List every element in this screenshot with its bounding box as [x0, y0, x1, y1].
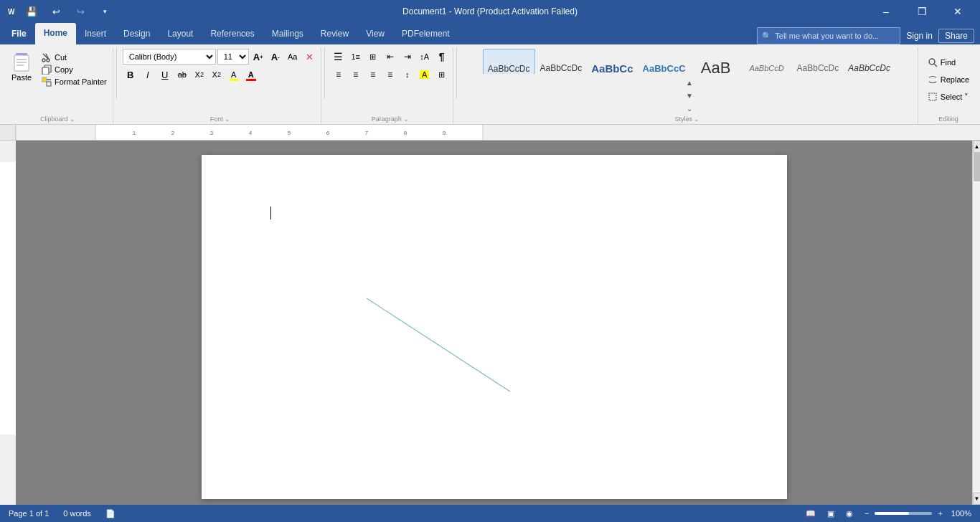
change-case-button[interactable]: Aa [285, 49, 301, 65]
tell-me-search[interactable]: 🔍 Tell me what you want to do... [757, 27, 900, 44]
style-subtle-em[interactable]: AaBbCcDc Subtle Em... [793, 49, 844, 74]
font-name-select[interactable]: Calibri (Body) [123, 49, 216, 65]
style-title[interactable]: AaB Title [691, 49, 741, 74]
minimize-button[interactable]: – [870, 0, 903, 23]
view-layout-button[interactable]: ▣ [824, 508, 837, 520]
shading-button[interactable]: A [417, 67, 433, 82]
line-spacing-button[interactable]: ↕ [400, 67, 415, 82]
scroll-up-arrow[interactable]: ▲ [973, 141, 980, 153]
styles-scroll-down[interactable]: ▼ [684, 90, 695, 101]
bullets-button[interactable]: ☰ [331, 49, 347, 65]
view-web-button[interactable]: ◉ [843, 508, 856, 520]
tab-references[interactable]: References [202, 24, 263, 44]
align-center-button[interactable]: ≡ [348, 67, 364, 82]
editing-group: Find Replace Select ˅ Editing [920, 47, 977, 124]
font-grow-button[interactable]: A+ [250, 49, 266, 65]
styles-content: AaBbCcDc ¶ Normal AaBbCcDc ¶ No Spac... … [483, 49, 895, 74]
underline-button[interactable]: U [157, 67, 173, 82]
styles-expand[interactable]: ⌄ [694, 115, 699, 123]
style-emphasis[interactable]: AaBbCcDc Emphasis [844, 49, 895, 74]
show-marks-button[interactable]: ¶ [434, 49, 450, 65]
page-area[interactable] [16, 141, 972, 505]
font-content: Calibri (Body) 11 A+ A- Aa ✕ B I U ab X2… [123, 49, 318, 114]
qat-undo[interactable]: ↩ [46, 1, 66, 22]
font-expand[interactable]: ⌄ [225, 115, 230, 123]
clear-formatting-button[interactable]: ✕ [302, 49, 318, 65]
vertical-ruler [0, 141, 16, 505]
sort-button[interactable]: ↕A [417, 49, 433, 65]
format-painter-button[interactable]: Format Painter [39, 76, 110, 87]
strikethrough-button[interactable]: ab [174, 67, 190, 82]
svg-rect-12 [42, 67, 49, 75]
tab-design[interactable]: Design [115, 24, 159, 44]
select-button[interactable]: Select ˅ [923, 89, 974, 105]
styles-scroll-up[interactable]: ▲ [684, 77, 695, 88]
font-shrink-button[interactable]: A- [268, 49, 283, 65]
tab-mailings[interactable]: Mailings [263, 24, 312, 44]
vertical-scrollbar[interactable]: ▲ ▼ [972, 141, 980, 505]
tab-file[interactable]: File [3, 24, 35, 44]
numbering-button[interactable]: 1≡ [348, 49, 364, 65]
style-subtitle[interactable]: AaBbCcD Subtitle [742, 49, 792, 74]
separator-3 [456, 47, 457, 99]
tab-view[interactable]: View [357, 24, 393, 44]
horizontal-ruler: 1 2 3 4 5 6 7 8 9 [16, 125, 980, 140]
superscript-button[interactable]: X2 [209, 67, 225, 82]
ruler-area: 1 2 3 4 5 6 7 8 9 [0, 125, 980, 141]
cut-button[interactable]: Cut [39, 52, 110, 63]
tab-home[interactable]: Home [35, 23, 76, 44]
document-page[interactable] [202, 155, 787, 499]
style-heading2[interactable]: AaBbCcC Heading 2 [639, 49, 690, 74]
tab-review[interactable]: Review [312, 24, 357, 44]
font-row-2: B I U ab X2 X2 A A [123, 67, 259, 82]
tab-pdfelement[interactable]: PDFelement [393, 24, 458, 44]
restore-button[interactable]: ❐ [905, 0, 938, 23]
styles-expand-btn[interactable]: ⌄ [684, 103, 695, 114]
paste-button[interactable]: Paste [6, 49, 37, 83]
borders-button[interactable]: ⊞ [434, 67, 450, 82]
copy-button[interactable]: Copy [39, 64, 110, 75]
window-title: Document1 - Word (Product Activation Fai… [402, 6, 578, 16]
clipboard-group-label: Clipboard ⌄ [6, 114, 110, 123]
scroll-thumb[interactable] [974, 153, 980, 181]
text-highlight-button[interactable]: A [226, 67, 242, 82]
multilevel-button[interactable]: ⊞ [365, 49, 381, 65]
tab-layout[interactable]: Layout [159, 24, 202, 44]
style-no-spacing[interactable]: AaBbCcDc ¶ No Spac... [536, 49, 587, 74]
font-color-button[interactable]: A [243, 67, 259, 82]
tab-insert[interactable]: Insert [76, 24, 115, 44]
find-button[interactable]: Find [923, 54, 960, 70]
decrease-indent-button[interactable]: ⇤ [382, 49, 398, 65]
paragraph-expand[interactable]: ⌄ [403, 115, 409, 123]
zoom-level[interactable]: 100% [948, 508, 974, 519]
page-status[interactable]: Page 1 of 1 [6, 508, 52, 519]
svg-text:7: 7 [365, 130, 369, 136]
zoom-slider[interactable] [875, 512, 932, 515]
font-size-select[interactable]: 11 [217, 49, 249, 65]
subscript-button[interactable]: X2 [192, 67, 207, 82]
style-heading1[interactable]: AaBbCc Heading 1 [587, 49, 637, 74]
replace-button[interactable]: Replace [923, 72, 974, 87]
qat-save[interactable]: 💾 [22, 1, 42, 22]
zoom-out-button[interactable]: − [862, 508, 872, 519]
qat-dropdown[interactable]: ▾ [95, 1, 115, 22]
word-count[interactable]: 0 words [60, 508, 94, 519]
style-normal[interactable]: AaBbCcDc ¶ Normal [483, 49, 535, 74]
bold-button[interactable]: B [123, 67, 138, 82]
justify-button[interactable]: ≡ [382, 67, 398, 82]
close-button[interactable]: ✕ [941, 0, 974, 23]
language-status[interactable]: 📄 [103, 508, 118, 520]
scroll-down-arrow[interactable]: ▼ [973, 493, 980, 505]
italic-button[interactable]: I [140, 67, 156, 82]
clipboard-expand[interactable]: ⌄ [70, 115, 75, 123]
share-button[interactable]: Share [938, 29, 974, 43]
align-right-button[interactable]: ≡ [365, 67, 381, 82]
sign-in-button[interactable]: Sign in [906, 31, 933, 41]
align-left-button[interactable]: ≡ [331, 67, 347, 82]
zoom-in-button[interactable]: + [935, 508, 945, 519]
increase-indent-button[interactable]: ⇥ [400, 49, 415, 65]
view-read-button[interactable]: 📖 [803, 508, 819, 520]
qat-redo[interactable]: ↪ [70, 1, 90, 22]
ruler-corner[interactable] [0, 125, 16, 141]
style-subtitle-preview: AaBbCcD [746, 51, 788, 74]
